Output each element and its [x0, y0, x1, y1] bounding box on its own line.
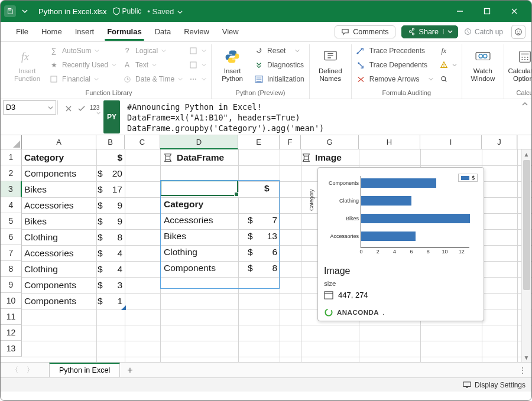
preview-cell[interactable]: 8 — [238, 261, 277, 275]
cell-text[interactable]: 4 — [99, 246, 122, 260]
privacy-label[interactable]: Public — [113, 7, 142, 15]
col-header-I[interactable]: I — [420, 135, 482, 149]
cell-text[interactable]: Accessories — [24, 198, 74, 213]
formula-bar[interactable]: #Announcing Python in Excel! DataFrame=x… — [120, 99, 518, 132]
feedback-button[interactable] — [511, 25, 525, 39]
vertical-scrollbar[interactable]: ▲ ▼ — [521, 149, 531, 362]
trace-precedents-button[interactable]: Trace Precedents — [356, 44, 433, 57]
cell-text[interactable]: Category — [24, 151, 64, 165]
row-header-13[interactable]: 13 — [1, 341, 22, 357]
col-header-H[interactable]: H — [359, 135, 420, 149]
preview-cell[interactable]: Accessories — [164, 213, 213, 227]
window-minimize[interactable] — [446, 1, 473, 22]
col-header-A[interactable]: A — [22, 135, 96, 149]
tab-review[interactable]: Review — [178, 24, 215, 40]
row-header-11[interactable]: 11 — [1, 309, 22, 325]
diagnostics-button[interactable]: Diagnostics — [254, 58, 304, 71]
autosum-button[interactable]: ∑AutoSum — [49, 44, 116, 57]
row-header-8[interactable]: 8 — [1, 261, 22, 277]
preview-cell[interactable]: 13 — [238, 229, 277, 243]
cell-text[interactable]: 9 — [99, 214, 122, 229]
cell-text[interactable]: 17 — [99, 182, 122, 197]
cell-text[interactable]: 1 — [99, 294, 122, 308]
name-box[interactable]: D3 — [3, 100, 56, 115]
worksheet-grid[interactable]: Category$Components$20Bikes$17Accessorie… — [22, 149, 531, 362]
cell-text[interactable]: Accessories — [24, 246, 74, 260]
add-sheet-button[interactable]: + — [121, 365, 138, 376]
tab-view[interactable]: View — [216, 24, 245, 40]
tab-home[interactable]: Home — [35, 24, 68, 40]
preview-cell[interactable]: $ — [264, 181, 270, 195]
col-header-J[interactable]: J — [482, 135, 517, 149]
trace-dependents-button[interactable]: Trace Dependents — [356, 58, 433, 71]
cell-text[interactable]: 9 — [99, 198, 122, 213]
row-header-3[interactable]: 3 — [1, 181, 22, 197]
row-header-10[interactable]: 10 — [1, 293, 22, 309]
window-maximize[interactable] — [473, 1, 501, 22]
tab-data[interactable]: Data — [149, 24, 177, 40]
smart-tag-icon[interactable] — [121, 305, 126, 310]
col-header-C[interactable]: C — [125, 135, 160, 149]
show-formulas-button[interactable]: fx — [439, 44, 457, 57]
next-sheet-button[interactable]: 〉 — [23, 365, 37, 375]
date-time-button[interactable]: Date & Time — [122, 73, 183, 86]
insert-python-button[interactable]: Insert Python — [216, 44, 248, 87]
python-mode-badge[interactable]: PY — [103, 100, 120, 133]
tab-file[interactable]: File — [10, 24, 34, 40]
initialization-button[interactable]: Initialization — [254, 73, 304, 86]
sheet-tab-menu[interactable]: ⋮ — [514, 366, 531, 375]
cell-G1[interactable]: Image — [301, 151, 342, 165]
autosave-toggle[interactable] — [4, 5, 16, 17]
cell-text[interactable]: Bikes — [24, 182, 47, 197]
cell-text[interactable]: Bikes — [24, 214, 47, 229]
tab-insert[interactable]: Insert — [69, 24, 100, 40]
save-state[interactable]: • Saved — [147, 7, 183, 16]
comments-button[interactable]: Comments — [335, 25, 395, 38]
remove-arrows-button[interactable]: Remove Arrows — [356, 73, 433, 86]
financial-button[interactable]: Financial — [49, 73, 116, 86]
filename-label[interactable]: Python in Excel.xlsx — [38, 7, 107, 16]
cell-text[interactable]: 4 — [99, 262, 122, 276]
window-close[interactable] — [501, 1, 528, 22]
display-settings-button[interactable]: Display Settings — [463, 381, 525, 389]
row-header-6[interactable]: 6 — [1, 229, 22, 245]
cancel-edit-icon[interactable] — [62, 102, 75, 116]
catch-up-button[interactable]: Catch up — [459, 28, 508, 36]
prev-sheet-button[interactable]: 〈 — [8, 365, 22, 375]
preview-cell[interactable]: Bikes — [164, 229, 186, 243]
row-header-7[interactable]: 7 — [1, 245, 22, 261]
more-functions-3[interactable]: ⋯ — [189, 73, 206, 86]
row-header-12[interactable]: 12 — [1, 325, 22, 341]
more-functions-2[interactable] — [189, 58, 206, 71]
reset-button[interactable]: Reset — [254, 44, 304, 57]
watch-window-button[interactable]: Watch Window — [467, 44, 499, 87]
error-checking-button[interactable] — [439, 58, 457, 71]
row-header-2[interactable]: 2 — [1, 165, 22, 181]
cell-text[interactable]: 20 — [99, 167, 122, 181]
py-output-mode[interactable]: 123 — [88, 102, 101, 116]
cell-text[interactable]: Clothing — [24, 230, 58, 244]
row-header-5[interactable]: 5 — [1, 213, 22, 229]
evaluate-formula-button[interactable] — [439, 73, 457, 86]
cell-text[interactable]: Clothing — [24, 262, 58, 276]
expand-formula-bar[interactable] — [518, 99, 531, 107]
tab-formulas[interactable]: Formulas — [101, 24, 148, 40]
row-header-4[interactable]: 4 — [1, 197, 22, 213]
select-all-corner[interactable] — [1, 135, 22, 149]
col-header-D[interactable]: D — [160, 135, 238, 149]
qat-dropdown[interactable] — [22, 8, 28, 14]
preview-cell[interactable]: 6 — [238, 245, 277, 259]
sheet-tab-active[interactable]: Python in Excel — [49, 363, 120, 377]
col-header-E[interactable]: E — [238, 135, 280, 149]
cell-text[interactable]: $ — [99, 151, 122, 165]
insert-function-button[interactable]: fx Insert Function — [11, 44, 43, 87]
col-header-F[interactable]: F — [280, 135, 301, 149]
cell-text[interactable]: 3 — [99, 278, 122, 292]
preview-cell[interactable]: Category — [164, 197, 203, 211]
confirm-edit-icon[interactable] — [75, 102, 88, 116]
logical-button[interactable]: ?Logical — [122, 44, 183, 57]
recently-used-button[interactable]: ★Recently Used — [49, 58, 116, 71]
row-header-9[interactable]: 9 — [1, 277, 22, 293]
preview-cell[interactable]: 7 — [238, 213, 277, 227]
text-button[interactable]: AText — [122, 58, 183, 71]
